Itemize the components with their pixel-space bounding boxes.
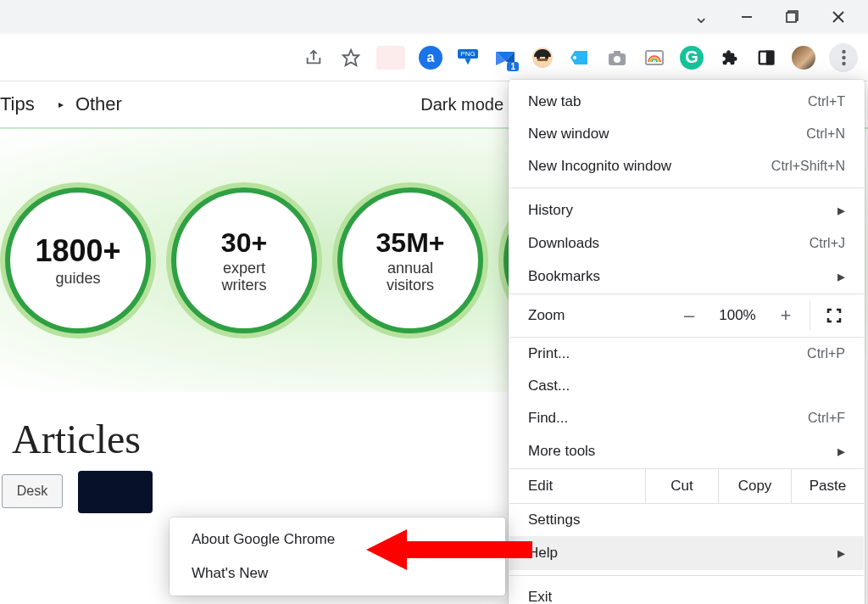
extension-avatar-icon[interactable]: [531, 46, 554, 70]
stat-label: expert writers: [222, 260, 267, 294]
menu-new-tab[interactable]: New tab Ctrl+T: [509, 86, 864, 118]
darkmode-toggle[interactable]: Dark mode: [420, 95, 504, 115]
zoom-in-button[interactable]: +: [762, 301, 810, 330]
menu-help[interactable]: Help ▸: [509, 536, 864, 570]
chevron-down-icon: ▸: [58, 98, 64, 110]
stat-visitors: 35M+ annual visitors: [341, 191, 480, 330]
card-image[interactable]: [78, 471, 153, 513]
window-titlebar: ⌄: [0, 0, 868, 34]
stat-num: 1800+: [35, 233, 120, 269]
stat-num: 35M+: [376, 227, 445, 259]
bookmark-star-icon[interactable]: [339, 46, 363, 70]
menu-history[interactable]: History ▸: [509, 193, 864, 227]
more-menu-button[interactable]: [829, 43, 858, 72]
menu-exit[interactable]: Exit: [509, 581, 864, 604]
extension-rainbow-icon[interactable]: [643, 46, 666, 70]
menu-separator: [509, 187, 864, 188]
minimize-button[interactable]: [734, 4, 760, 30]
menu-new-window[interactable]: New window Ctrl+N: [509, 118, 864, 150]
chevron-right-icon: ▸: [837, 544, 845, 562]
menu-more-tools[interactable]: More tools ▸: [509, 434, 864, 468]
nav-other[interactable]: ▸ Other: [58, 93, 122, 115]
menu-find[interactable]: Find... Ctrl+F: [509, 402, 864, 434]
stat-label: annual visitors: [387, 260, 434, 294]
stat-guides: 1800+ guides: [8, 191, 147, 330]
browser-toolbar: a PNG ▼ 1 G: [0, 34, 868, 81]
svg-rect-2: [787, 13, 796, 22]
zoom-out-button[interactable]: –: [665, 301, 713, 330]
stat-writers: 30+ expert writers: [175, 191, 314, 330]
maximize-button[interactable]: [780, 4, 805, 30]
card-desk[interactable]: Desk: [2, 474, 63, 508]
zoom-value: 100%: [713, 307, 762, 324]
extension-tag-icon[interactable]: [568, 46, 592, 70]
extension-camera-icon[interactable]: [605, 46, 629, 70]
chevron-right-icon: ▸: [837, 267, 845, 286]
nav-tips-label: Tips: [0, 93, 35, 115]
tab-chevron-icon[interactable]: ⌄: [688, 4, 714, 30]
annotation-arrow-icon: [366, 524, 536, 575]
chevron-right-icon: ▸: [837, 201, 845, 220]
stat-label: guides: [55, 271, 100, 288]
svg-point-17: [842, 55, 845, 59]
extension-grammarly-icon[interactable]: G: [680, 46, 704, 70]
extension-a-icon[interactable]: a: [419, 46, 442, 70]
menu-settings[interactable]: Settings: [509, 504, 864, 536]
chrome-main-menu: New tab Ctrl+T New window Ctrl+N New Inc…: [509, 80, 865, 604]
edit-paste-button[interactable]: Paste: [791, 469, 864, 503]
svg-point-16: [842, 49, 845, 53]
menu-edit-row: Edit Cut Copy Paste: [509, 468, 864, 504]
extension-png-icon[interactable]: PNG ▼: [456, 46, 480, 70]
svg-rect-15: [767, 51, 773, 64]
fullscreen-button[interactable]: [810, 301, 857, 330]
share-icon[interactable]: [302, 46, 326, 70]
svg-point-18: [842, 61, 845, 64]
menu-cast[interactable]: Cast...: [509, 370, 864, 402]
extension-1-icon[interactable]: [376, 46, 405, 70]
svg-point-9: [573, 56, 576, 59]
svg-marker-5: [343, 49, 359, 64]
profile-avatar[interactable]: [792, 46, 815, 70]
svg-marker-19: [366, 529, 532, 570]
svg-rect-11: [614, 51, 620, 54]
nav-tips[interactable]: Tips: [0, 93, 35, 115]
menu-print[interactable]: Print... Ctrl+P: [509, 338, 864, 370]
chevron-right-icon: ▸: [837, 442, 845, 461]
menu-edit-label: Edit: [509, 469, 645, 503]
close-button[interactable]: [826, 4, 851, 30]
edit-cut-button[interactable]: Cut: [645, 469, 718, 503]
extension-mail-icon[interactable]: 1: [493, 46, 517, 70]
darkmode-label: Dark mode: [420, 95, 504, 114]
menu-new-incognito[interactable]: New Incognito window Ctrl+Shift+N: [509, 150, 864, 182]
stat-num: 30+: [221, 227, 267, 259]
menu-downloads[interactable]: Downloads Ctrl+J: [509, 227, 864, 260]
nav-other-label: Other: [75, 93, 122, 115]
edit-copy-button[interactable]: Copy: [718, 469, 791, 503]
menu-separator: [509, 575, 864, 576]
menu-zoom: Zoom – 100% +: [509, 294, 864, 338]
svg-point-12: [614, 56, 620, 63]
menu-bookmarks[interactable]: Bookmarks ▸: [509, 260, 864, 294]
extensions-puzzle-icon[interactable]: [717, 46, 741, 70]
sidepanel-icon[interactable]: [754, 46, 778, 70]
